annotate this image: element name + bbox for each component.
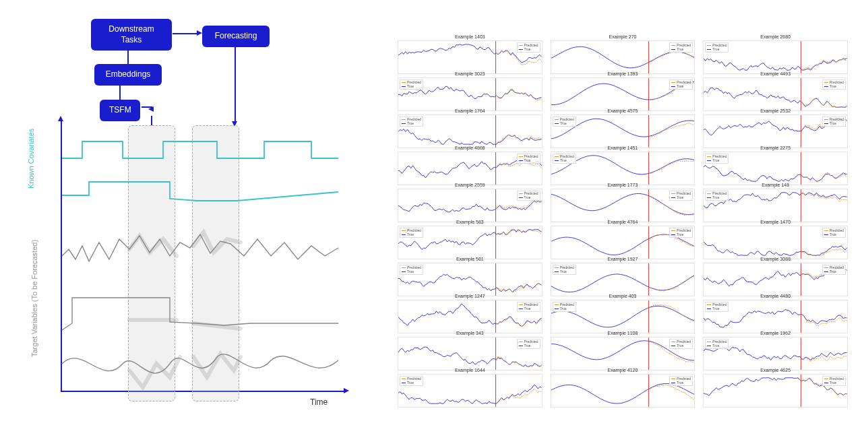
mini-chart-title: Example 1764 [398,108,542,113]
mini-chart-title: Example 1247 [398,294,542,298]
mini-chart-title: Example 2680 [704,34,847,39]
arrowhead-icon [197,30,202,36]
mini-chart-legend: Predicted True [400,376,423,386]
mini-chart-title: Example 1451 [551,145,695,150]
mini-chart-title: Example 1644 [398,368,542,372]
mini-chart-title: Example 2559 [398,183,542,187]
x-axis-arrowhead-icon [344,388,349,393]
mini-chart-legend: Predicted True [705,42,728,53]
mini-chart-title: Example 4120 [551,368,695,372]
y-axis-arrowhead-icon [58,116,63,121]
mini-chart-legend: Predicted True [669,191,693,201]
arrowhead-icon [148,106,154,112]
mini-chart-legend: Predicted True [517,191,540,201]
mini-chart-title: Example 4493 [704,71,847,76]
mini-chart-title: Example 1403 [398,34,542,39]
mini-chart: Example 1247 Predicted True [398,300,542,333]
mini-chart-legend: Predicted True [822,228,846,238]
mini-chart-legend: Predicted True [705,339,728,349]
y-axis-label-covariates: Known Covariates [27,129,35,189]
mini-chart-title: Example 583 [398,220,542,224]
mini-chart-legend: Predicted True [822,265,846,275]
mini-chart-title: Example 1773 [551,183,695,187]
mini-chart-title: Example 3023 [398,71,542,76]
box-tsfm: TSFM [100,100,140,121]
mini-chart-title: Example 1393 [551,71,695,76]
mini-chart: Example 2275 Predicted True [703,152,848,185]
mini-chart-legend: Predicted True [669,376,693,386]
mini-chart: Example 2559 Predicted True [398,189,542,222]
arrow-forecasting-to-window [235,43,236,123]
mini-chart-title: Example 4625 [704,368,847,372]
mini-chart-legend: Predicted True [553,154,576,164]
x-axis-label: Time [310,397,328,407]
mini-chart: Example 2680 Predicted True [703,40,848,74]
mini-chart-legend: Predicted True [400,117,423,127]
arrow-downstream-to-forecasting [173,33,198,34]
mini-chart-legend: Predicted True [517,42,540,53]
mini-chart-title: Example 1962 [704,331,847,335]
mini-chart-legend: Predicted True [669,228,693,238]
mini-chart-title: Example 4764 [551,220,695,224]
forecasting-examples-grid: Example 1403 Predicted True Example 270 … [377,0,868,423]
mini-chart-legend: Predicted True [705,154,728,164]
mini-chart-title: Example 3088 [704,257,847,261]
arrow-tsfm-to-embeddings [119,84,121,100]
mini-chart: Example 1773 Predicted True [551,189,695,222]
mini-chart: Example 1644 Predicted True [398,374,542,408]
mini-chart-legend: Predicted True [822,117,846,127]
mini-chart-legend: Predicted True [822,79,846,90]
arrowhead-icon [117,78,122,84]
arrow-embeddings-to-downstream [127,48,129,64]
mini-chart: Example 1393 Predicted True [551,77,695,111]
mini-chart-title: Example 270 [551,34,695,39]
timeseries-plot [62,121,338,391]
mini-chart-legend: Predicted True [400,79,423,90]
mini-chart-legend: Predicted True [517,302,540,312]
mini-chart-legend: Predicted True [517,339,540,349]
mini-chart-title: Example 1927 [551,257,695,261]
mini-chart: Example 4868 Predicted True [398,152,542,185]
mini-chart-title: Example 4868 [398,145,542,150]
mini-chart: Example 3023 Predicted True [398,77,542,111]
mini-chart: Example 148 Predicted True [703,189,848,222]
mini-chart-legend: Predicted True [705,302,728,312]
mini-chart: Example 1108 Predicted True [551,337,695,370]
mini-chart: Example 2532 Predicted True [703,115,848,148]
mini-chart: Example 3088 Predicted True [703,263,848,296]
mini-chart-legend: Predicted True [669,339,693,349]
mini-chart: Example 270 Predicted True [551,40,695,74]
mini-chart: Example 581 Predicted True [398,263,542,296]
box-forecasting: Forecasting [202,26,270,47]
mini-chart-title: Example 148 [704,183,847,187]
mini-chart-title: Example 343 [398,331,542,335]
mini-chart: Example 4625 Predicted True [703,374,848,408]
mini-chart: Example 1451 Predicted True [551,152,695,185]
mini-chart-title: Example 1470 [704,220,847,224]
box-embeddings: Embeddings [94,64,162,86]
mini-chart-legend: Predicted True [553,117,576,127]
mini-chart-legend: Predicted True [705,191,728,201]
mini-chart: Example 403 Predicted True [551,300,695,333]
mini-chart-title: Example 2532 [704,108,847,113]
mini-chart-legend: Predicted True [822,376,846,386]
mini-chart: Example 1764 Predicted True [398,115,542,148]
mini-chart-legend: Predicted True [517,154,540,164]
architecture-diagram: Downstream Tasks Forecasting Embeddings … [0,0,377,423]
arrowhead-icon [125,43,130,48]
mini-chart-legend: Predicted True [553,265,576,275]
y-axis-label-target: Target Variables (To be Forecasted) [30,240,38,357]
mini-chart: Example 343 Predicted True [398,337,542,370]
mini-chart-title: Example 1108 [551,331,695,335]
mini-chart-legend: Predicted True [400,228,423,238]
mini-chart-legend: Predicted True [669,42,693,53]
mini-chart: Example 1962 Predicted True [703,337,848,370]
mini-chart-title: Example 2275 [704,145,847,150]
mini-chart-title: Example 581 [398,257,542,261]
mini-chart-legend: Predicted True [553,302,576,312]
mini-chart-title: Example 4575 [551,108,695,113]
mini-chart-legend: Predicted True [669,79,693,90]
mini-chart: Example 4120 Predicted True [551,374,695,408]
mini-chart: Example 4575 Predicted True [551,115,695,148]
mini-chart: Example 583 Predicted True [398,226,542,259]
